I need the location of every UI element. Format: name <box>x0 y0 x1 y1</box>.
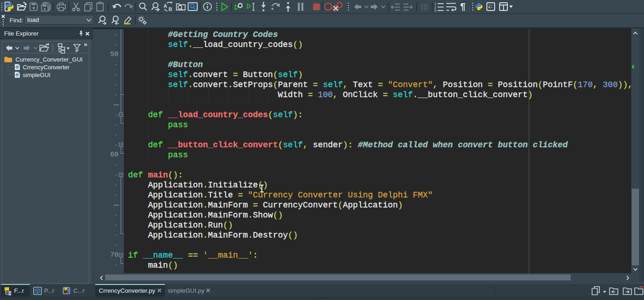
svg-text:1: 1 <box>434 2 436 5</box>
svg-text:B: B <box>169 6 172 12</box>
svg-text:A: A <box>164 3 167 9</box>
svg-text:2: 2 <box>434 6 436 9</box>
svg-text:3: 3 <box>434 9 436 12</box>
